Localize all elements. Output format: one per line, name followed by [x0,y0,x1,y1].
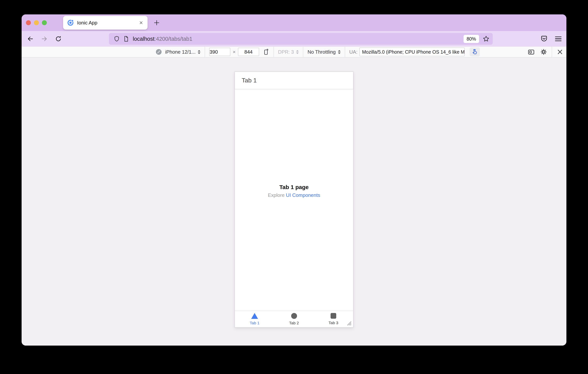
device-status-icon [155,49,162,55]
rotate-phone-icon [262,49,269,55]
browser-content-area: Tab 1 Tab 1 page Explore UI Components T… [21,58,567,346]
app-header-title: Tab 1 [242,77,257,84]
toolbar-separator [552,47,552,57]
tab-item-tab1[interactable]: Tab 1 [235,311,274,327]
url-path: :4200/tabs/tab1 [154,36,192,42]
dpr-label: DPR: 3 [278,49,294,55]
explore-text: Explore [268,192,284,198]
tab-title: Ionic App [77,20,139,26]
forward-button[interactable] [41,35,48,43]
close-rdm-button[interactable] [556,48,564,56]
close-window-button[interactable] [26,20,31,25]
dimension-separator: × [233,49,235,55]
rdm-right-group [527,47,564,57]
forward-arrow-icon [41,35,48,43]
user-agent-input[interactable]: Mozilla/5.0 (iPhone; CPU iPhone OS 14_6 … [359,48,465,56]
browser-window: Ionic App [21,14,567,346]
plus-icon [153,19,160,26]
page-center-block: Tab 1 page Explore UI Components [235,184,353,198]
fullscreen-window-button[interactable] [42,20,47,25]
viewport-width-input[interactable]: 390 [209,48,230,56]
titlebar: Ionic App [21,14,567,31]
viewport-height-input[interactable]: 844 [238,48,259,56]
url-bar[interactable]: localhost:4200/tabs/tab1 80% [109,33,493,45]
toolbar-separator [273,47,274,57]
navbar-right-group [540,35,561,43]
touch-simulation-button[interactable] [470,47,480,56]
zoom-level-badge[interactable]: 80% [463,35,479,43]
chevron-updown-icon [198,50,200,54]
gear-icon [540,48,547,55]
tab-item-tab2[interactable]: Tab 2 [274,311,314,327]
camera-icon [528,48,535,55]
throttling-label: No Throttling [307,49,336,55]
url-host: localhost [133,36,154,42]
reload-button[interactable] [54,35,62,43]
window-controls [26,20,47,25]
minimize-window-button[interactable] [34,20,39,25]
toolbar-separator [205,47,205,57]
close-icon [556,49,563,55]
app-body: Tab 1 page Explore UI Components [235,89,353,310]
tab-label: Tab 1 [250,321,259,325]
chevron-updown-icon [338,50,341,54]
close-tab-icon[interactable] [139,21,143,25]
circle-icon [291,313,297,319]
rotate-viewport-button[interactable] [262,49,269,55]
responsive-design-toolbar: iPhone 12/1... 390 × 844 DPR: 3 No Throt… [21,47,567,58]
page-title: Tab 1 page [235,184,353,190]
triangle-icon [251,313,258,319]
dpr-selector: DPR: 3 [278,49,299,55]
square-icon [331,313,336,319]
user-agent-group: UA: Mozilla/5.0 (iPhone; CPU iPhone OS 1… [349,48,465,56]
viewport-resize-handle[interactable] [345,319,352,326]
toolbar-separator [345,47,345,57]
toolbar-separator [303,47,303,57]
throttling-selector[interactable]: No Throttling [307,49,340,55]
device-viewport: Tab 1 Tab 1 page Explore UI Components T… [234,71,354,328]
back-button[interactable] [27,35,34,43]
rdm-settings-button[interactable] [540,48,547,56]
new-tab-button[interactable] [152,19,161,27]
pocket-icon[interactable] [540,35,548,43]
reload-icon [55,35,62,43]
menu-hamburger-icon[interactable] [555,37,561,41]
screenshot-button[interactable] [527,48,535,56]
app-tab-bar: Tab 1 Tab 2 Tab 3 [235,310,353,327]
back-arrow-icon [27,35,34,43]
url-text[interactable]: localhost:4200/tabs/tab1 [133,36,463,42]
device-selector-label: iPhone 12/1... [165,49,196,55]
explore-line: Explore UI Components [235,192,353,198]
page-info-icon[interactable] [123,36,129,42]
navigation-toolbar: localhost:4200/tabs/tab1 80% [21,31,567,47]
tab-label: Tab 2 [289,321,299,325]
tab-label: Tab 3 [328,321,338,325]
chevron-updown-icon [296,50,299,54]
device-selector[interactable]: iPhone 12/1... [165,49,200,55]
bookmark-star-icon[interactable] [483,35,490,43]
ionic-favicon-icon [67,20,74,26]
ua-label: UA: [349,49,357,55]
app-header: Tab 1 [235,72,353,89]
touch-pointer-icon [472,49,478,55]
shield-icon[interactable] [114,36,120,42]
ui-components-link[interactable]: UI Components [286,192,320,198]
browser-tab-ionic-app[interactable]: Ionic App [63,16,147,30]
